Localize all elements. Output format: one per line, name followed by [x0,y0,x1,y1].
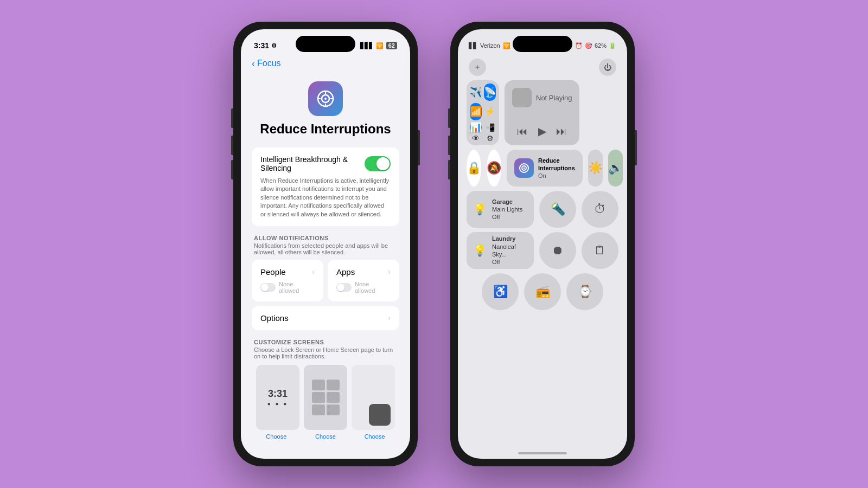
svg-point-9 [524,168,525,169]
left-phone: 3:31 ⚙ ▋▋▋ 🛜 62 ‹ Focus [233,22,418,466]
customize-header: CUSTOMIZE SCREENS [254,339,397,345]
preview-grid [308,375,344,420]
apps-label: Apps [336,267,355,277]
play-btn[interactable]: ▶ [538,125,546,138]
signal-icon: ▋▋▋ [360,42,373,49]
dynamic-island-left [296,36,355,52]
silent-btn[interactable]: 🔕 [487,150,501,187]
cc-signal-icon: ▋▋ [469,42,477,49]
apps-card-title: Apps › [336,267,391,277]
laundry-lights-text: Laundry Nanoleaf Sky... Off [492,235,527,266]
toggle-label: Intelligent Breakthrough & Silencing [260,155,365,172]
cc-header-icons: ＋ ⏻ [458,56,627,80]
bluetooth-btn[interactable]: ⚡ [484,103,496,120]
rewind-btn[interactable]: ⏮ [517,125,528,138]
laundry-lights-tile[interactable]: 💡 Laundry Nanoleaf Sky... Off [467,232,534,269]
allow-notifications-desc: Notifications from selected people and a… [254,242,397,255]
cc-power-btn[interactable]: ⏻ [599,59,616,76]
forward-btn[interactable]: ⏭ [556,125,567,138]
back-nav[interactable]: ‹ Focus [241,56,410,73]
cc-alarm-icon: ⏰ [575,42,583,49]
home-screen-preview[interactable] [304,365,347,430]
remote-btn[interactable]: 📻 [524,273,561,310]
back-nav-label: Focus [257,59,281,68]
cc-carrier: Verizon [480,42,500,49]
choose-watch-btn[interactable]: Choose [365,433,385,440]
screen-previews: 3:31 ● ● ● [252,365,399,430]
customize-section: CUSTOMIZE SCREENS Choose a Lock Screen o… [252,339,399,440]
cc-status-right: ⏰ 🎯 62% 🔋 [575,42,616,49]
people-label: People [260,267,286,277]
watch-preview[interactable] [352,365,395,430]
bluetooth-icon: ⚡ [484,107,495,116]
accessibility-btn[interactable]: ♿ [482,273,519,310]
airdrop-btn[interactable]: 📲 [484,123,496,132]
lock-screen-preview[interactable]: 3:31 ● ● ● [256,365,299,430]
privacy-btn[interactable]: 🔒 [467,150,481,187]
control-center-screen: ▋▋ Verizon 🛜 ⏰ 🎯 62% 🔋 ＋ ⏻ [458,29,627,459]
volume-tile[interactable]: 🔊 [608,150,623,187]
focus-tile[interactable]: ReduceInterruptions On [507,150,583,187]
battery-status: 62 [386,42,397,49]
airplane-icon: ✈️ [470,87,482,97]
left-phone-screen: 3:31 ⚙ ▋▋▋ 🛜 62 ‹ Focus [241,29,410,459]
status-time: 3:31 ⚙ [254,41,277,50]
connectivity-tile: ✈️ 📡 📶 ⚡ 📊 📲 [467,80,499,145]
garage-light-name: Main Lights [492,206,522,213]
more-icon: ⚙ [487,134,494,142]
record-btn[interactable]: ⏺ [539,232,576,269]
cellular-btn[interactable]: 📊 [470,123,482,132]
settings-scroll-content: Reduce Interruptions Intelligent Breakth… [241,73,410,448]
screen-title: Reduce Interruptions [252,121,399,137]
media-header: Not Playing [512,88,572,107]
apps-card[interactable]: Apps › None allowed [328,260,399,301]
airdrop-icon: 📲 [486,124,495,131]
cc-focus-status-icon: 🎯 [585,42,592,49]
remote-icon: 📻 [535,286,550,298]
apps-sub: None allowed [336,281,391,294]
airplane-btn[interactable]: ✈️ [470,84,482,101]
focus-tile-text: ReduceInterruptions On [538,157,575,180]
brightness-tile[interactable]: ☀️ [588,150,603,187]
choose-lock-btn[interactable]: Choose [266,433,286,440]
focus-cc-btn[interactable]: 👁 [470,134,482,142]
volume-icon: 🔊 [608,161,623,175]
bulb-icon-1: 💡 [473,203,487,216]
cc-wifi-icon: 🛜 [503,42,510,49]
media-title: Not Playing [536,94,572,102]
preview-dots: ● ● ● [267,401,289,407]
watch-face-btn[interactable]: ⌚ [566,273,603,310]
svg-point-2 [324,98,327,100]
wifi-btn[interactable]: 📶 [470,103,482,120]
bulb-icon-2: 💡 [473,244,487,257]
options-card[interactable]: Options › [252,306,399,330]
media-controls: ⏮ ▶ ⏭ [512,125,572,138]
laundry-name: Laundry [492,235,527,242]
grid-block-5 [312,404,325,415]
dynamic-island-right [513,36,572,52]
garage-lights-text: Garage Main Lights Off [492,198,522,221]
flashlight-btn[interactable]: 🔦 [539,191,576,228]
more-btn[interactable]: ⚙ [484,134,496,142]
lights-row-2: 💡 Laundry Nanoleaf Sky... Off ⏺ 🗒 [458,232,627,269]
hotspot-btn[interactable]: 📡 [484,84,496,101]
people-card[interactable]: People › None allowed [252,260,323,301]
timer-btn[interactable]: ⏱ [582,191,618,228]
note-add-btn[interactable]: 🗒 [582,232,618,269]
apps-sub-label: None allowed [355,281,391,294]
grid-block-4 [327,392,340,403]
intelligent-toggle[interactable] [365,156,391,171]
laundry-status: Off [492,258,527,266]
focus-tile-icon [514,158,534,178]
choose-home-btn[interactable]: Choose [315,433,336,440]
cc-top-row: ✈️ 📡 📶 ⚡ 📊 📲 [458,80,627,145]
options-chevron-icon: › [388,313,391,322]
garage-lights-tile[interactable]: 💡 Garage Main Lights Off [467,191,534,228]
time-text: 3:31 [254,41,269,50]
grid-block-2 [327,380,340,390]
privacy-icon: 🔒 [467,162,481,174]
customize-desc: Choose a Lock Screen or Home Screen page… [254,346,397,359]
bottom-controls-row: ♿ 📻 ⌚ [458,273,627,310]
preview-time: 3:31 [268,388,288,400]
cc-plus-btn[interactable]: ＋ [469,59,486,76]
